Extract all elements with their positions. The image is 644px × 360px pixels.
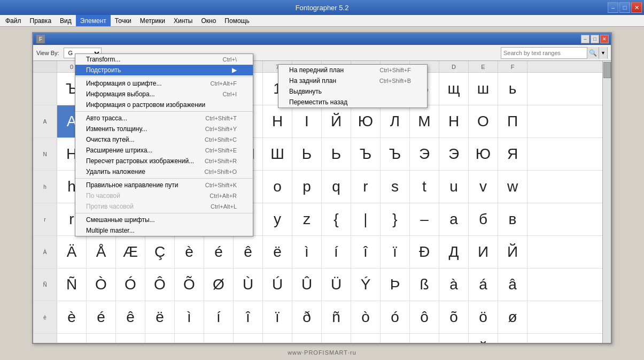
- glyph-cell[interactable]: Ó: [116, 269, 145, 301]
- glyph-cell[interactable]: ó: [381, 301, 410, 333]
- search-input[interactable]: [501, 48, 587, 58]
- glyph-cell[interactable]: o: [263, 171, 292, 203]
- glyph-cell[interactable]: à: [439, 269, 469, 301]
- glyph-cell[interactable]: Э: [439, 138, 469, 170]
- close-button[interactable]: ✕: [631, 2, 642, 13]
- glyph-cell[interactable]: Ø: [204, 269, 234, 301]
- menu-multiplemaster[interactable]: Multiple master...: [75, 225, 253, 236]
- glyph-cell[interactable]: Ò: [87, 269, 116, 301]
- glyph-cell[interactable]: є: [175, 334, 204, 343]
- menu-hints[interactable]: Хинты: [169, 15, 197, 26]
- glyph-cell[interactable]: s: [381, 171, 410, 203]
- menu-selectioninfo[interactable]: Информация выбора... Ctrl+I: [75, 89, 253, 99]
- menu-expandstroke[interactable]: Расширение штриха... Ctrl+Shift+E: [75, 145, 253, 156]
- search-button[interactable]: 🔍: [587, 47, 599, 59]
- glyph-cell[interactable]: Å: [87, 236, 116, 268]
- menu-window[interactable]: Окно: [197, 15, 220, 26]
- glyph-cell[interactable]: í: [204, 301, 234, 333]
- glyph-cell[interactable]: Ъ: [351, 138, 381, 170]
- glyph-cell[interactable]: ý: [57, 334, 87, 343]
- menu-changethick[interactable]: Изменить толщину... Ctrl+Shift+Y: [75, 124, 253, 134]
- inner-close-button[interactable]: ✕: [600, 35, 609, 43]
- glyph-cell[interactable]: Б: [234, 334, 263, 343]
- glyph-cell[interactable]: Ю: [351, 105, 381, 137]
- menu-view[interactable]: Вид: [56, 15, 76, 26]
- glyph-cell[interactable]: П: [498, 105, 527, 137]
- glyph-cell[interactable]: №: [145, 334, 175, 343]
- glyph-cell[interactable]: }: [381, 203, 410, 235]
- glyph-cell[interactable]: Ú: [263, 269, 292, 301]
- submenu-sendtoback[interactable]: На задний план Ctrl+Shift+B: [278, 75, 427, 86]
- vertical-scrollbar[interactable]: [602, 61, 611, 343]
- glyph-cell[interactable]: ï: [381, 236, 410, 268]
- glyph-cell[interactable]: Й: [322, 105, 351, 137]
- menu-points[interactable]: Точки: [111, 15, 136, 26]
- glyph-cell[interactable]: З: [410, 334, 439, 343]
- glyph-cell[interactable]: è: [175, 236, 204, 268]
- glyph-cell[interactable]: щ: [439, 73, 469, 105]
- glyph-cell[interactable]: Ù: [234, 269, 263, 301]
- glyph-cell[interactable]: p: [292, 171, 322, 203]
- glyph-cell[interactable]: Ô: [145, 269, 175, 301]
- glyph-cell[interactable]: К: [498, 334, 527, 343]
- glyph-cell[interactable]: {: [322, 203, 351, 235]
- glyph-cell[interactable]: ш: [469, 73, 498, 105]
- glyph-cell[interactable]: v: [469, 171, 498, 203]
- glyph-cell[interactable]: Ш: [263, 138, 292, 170]
- glyph-cell[interactable]: Ю: [469, 138, 498, 170]
- glyph-cell[interactable]: ê: [234, 236, 263, 268]
- menu-removeoverlap[interactable]: Удалить наложение Ctrl+Shift+O: [75, 166, 253, 177]
- glyph-cell[interactable]: ñ: [322, 301, 351, 333]
- glyph-cell[interactable]: Ь: [322, 138, 351, 170]
- glyph-cell[interactable]: Д: [439, 236, 469, 268]
- menu-help[interactable]: Помощь: [220, 15, 253, 26]
- glyph-cell[interactable]: б: [469, 203, 498, 235]
- menu-metrics[interactable]: Метрики: [136, 15, 169, 26]
- glyph-cell[interactable]: Ñ: [57, 269, 87, 301]
- glyph-cell[interactable]: ï: [263, 301, 292, 333]
- glyph-cell[interactable]: y: [263, 203, 292, 235]
- glyph-cell[interactable]: Æ: [116, 236, 145, 268]
- glyph-cell[interactable]: Л: [381, 105, 410, 137]
- glyph-cell[interactable]: А: [204, 334, 234, 343]
- glyph-cell[interactable]: Й: [498, 236, 527, 268]
- glyph-cell[interactable]: ь: [498, 73, 527, 105]
- glyph-cell[interactable]: þ: [87, 334, 116, 343]
- scrollbar-thumb[interactable]: [603, 62, 611, 78]
- glyph-cell[interactable]: r: [351, 171, 381, 203]
- glyph-cell[interactable]: Ç: [145, 236, 175, 268]
- glyph-cell[interactable]: í: [322, 236, 351, 268]
- glyph-cell[interactable]: î: [351, 236, 381, 268]
- menu-bitmapinfo[interactable]: Информация о растровом изображении: [75, 99, 253, 110]
- glyph-cell[interactable]: |: [351, 203, 381, 235]
- glyph-cell[interactable]: в: [498, 203, 527, 235]
- glyph-cell[interactable]: é: [87, 301, 116, 333]
- glyph-cell[interactable]: q: [322, 171, 351, 203]
- search-dropdown-button[interactable]: ▼: [599, 47, 607, 59]
- menu-element[interactable]: Элемент: [76, 15, 111, 26]
- glyph-cell[interactable]: ò: [351, 301, 381, 333]
- glyph-cell[interactable]: Ь: [292, 138, 322, 170]
- menu-edit[interactable]: Правка: [26, 15, 56, 26]
- submenu-bringtofront[interactable]: На передний план Ctrl+Shift+F: [278, 65, 427, 75]
- glyph-cell[interactable]: О: [469, 105, 498, 137]
- glyph-cell[interactable]: w: [498, 171, 527, 203]
- glyph-cell[interactable]: t: [410, 171, 439, 203]
- inner-minimize-button[interactable]: –: [581, 35, 589, 43]
- glyph-cell[interactable]: u: [439, 171, 469, 203]
- glyph-cell[interactable]: ß: [410, 269, 439, 301]
- glyph-cell[interactable]: Я: [498, 138, 527, 170]
- glyph-cell[interactable]: î: [234, 301, 263, 333]
- glyph-cell[interactable]: Й: [469, 334, 498, 343]
- menu-file[interactable]: Файл: [1, 15, 26, 26]
- minimize-button[interactable]: –: [608, 2, 618, 13]
- glyph-cell[interactable]: ì: [175, 301, 204, 333]
- glyph-cell[interactable]: І: [292, 105, 322, 137]
- submenu-sendbackward[interactable]: Переместить назад: [278, 97, 427, 108]
- glyph-cell[interactable]: ô: [410, 301, 439, 333]
- glyph-cell[interactable]: ö: [469, 301, 498, 333]
- glyph-cell[interactable]: â: [498, 269, 527, 301]
- submenu-bringforward[interactable]: Выдвинуть: [278, 86, 427, 97]
- glyph-cell[interactable]: ê: [116, 301, 145, 333]
- glyph-cell[interactable]: ø: [498, 301, 527, 333]
